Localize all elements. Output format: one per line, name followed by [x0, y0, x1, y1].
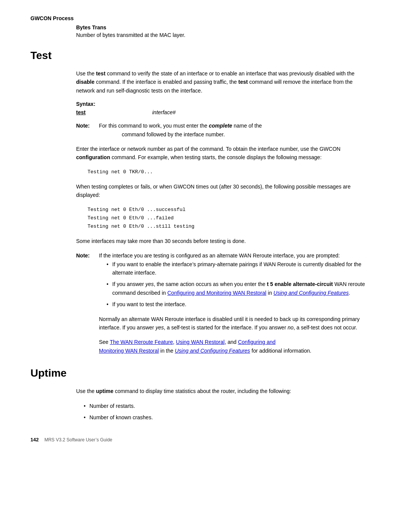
- link-wan-reroute[interactable]: The WAN Reroute Feature: [110, 339, 173, 345]
- bullet-item-2: If you answer yes, the same action occur…: [107, 280, 365, 297]
- sub-para: Normally an alternate WAN Reroute interf…: [99, 315, 365, 332]
- code-block-2: Testing net 0 Eth/0 ...successful Testin…: [88, 206, 365, 231]
- code-block-1: Testing net 0 TKR/0...: [88, 168, 365, 176]
- note1-content: For this command to work, you must enter…: [99, 121, 365, 139]
- yes-italic-2: yes: [156, 324, 164, 331]
- note2-content: If the interface you are testing is conf…: [99, 251, 365, 361]
- test-section-title: Test: [30, 50, 381, 62]
- see-also-para: See The WAN Reroute Feature, Using WAN R…: [99, 338, 365, 355]
- syntax-label: Syntax:: [76, 101, 365, 107]
- uptime-bullet-1: Number of restarts.: [84, 402, 365, 410]
- t5-bold: t 5 enable alternate-circuit: [267, 281, 333, 287]
- note1-block: Note: For this command to work, you must…: [76, 121, 365, 139]
- test-cmd-bold2: test: [238, 79, 248, 85]
- bullet-item-3: If you want to test the interface.: [107, 300, 365, 308]
- page-footer: 142 MRS V3.2 Software User’s Guide: [30, 437, 381, 443]
- link-using-1[interactable]: Using and Configuring Features: [274, 290, 349, 296]
- uptime-cmd-bold: uptime: [96, 388, 113, 394]
- bytes-trans-block: Bytes Trans Number of bytes transmitted …: [76, 24, 381, 38]
- test-para4: Some interfaces may take more than 30 se…: [76, 237, 365, 245]
- disable-cmd-bold: disable: [76, 79, 94, 85]
- bytes-trans-desc: Number of bytes transmitted at the MAC l…: [76, 32, 381, 38]
- syntax-arg: interface#: [152, 109, 175, 115]
- no-italic: no: [288, 324, 294, 331]
- note1-label: Note:: [76, 121, 97, 139]
- note1-indent: command followed by the interface number…: [122, 130, 365, 139]
- link-using-configuring[interactable]: Using and Configuring Features: [175, 348, 250, 354]
- gwcon-process-heading: GWCON Process: [30, 15, 381, 21]
- test-para3: When testing completes or fails, or when…: [76, 182, 365, 200]
- test-para1: Use the test command to verify the state…: [76, 69, 365, 95]
- uptime-bullet-2: Number of known crashes.: [84, 413, 365, 422]
- code-line-3: Testing net 0 Eth/0 ...still testing: [88, 222, 365, 231]
- bullet-item-1: If you want to enable the interface’s pr…: [107, 260, 365, 277]
- page-number: 142: [30, 437, 39, 443]
- footer-title: MRS V3.2 Software User’s Guide: [45, 437, 112, 443]
- link-configuring-1[interactable]: Configuring and Monitoring WAN Restoral: [167, 290, 266, 296]
- uptime-section-title: Uptime: [30, 367, 381, 379]
- yes-italic-1: yes: [145, 281, 154, 287]
- note2-label: Note:: [76, 251, 97, 361]
- uptime-bullets: Number of restarts. Number of known cras…: [84, 402, 365, 422]
- uptime-content-block: Use the uptime command to display time s…: [76, 387, 365, 422]
- test-para2: Enter the interface or network number as…: [76, 145, 365, 162]
- uptime-para1: Use the uptime command to display time s…: [76, 387, 365, 395]
- link-using-wan[interactable]: Using WAN Restoral: [176, 339, 225, 345]
- syntax-row: test interface#: [76, 109, 365, 115]
- code-line-2: Testing net 0 Eth/0 ...failed: [88, 214, 365, 222]
- bytes-trans-label: Bytes Trans: [76, 24, 381, 30]
- syntax-cmd: test: [76, 109, 152, 115]
- test-content-block: Use the test command to verify the state…: [76, 69, 365, 361]
- code-line-1: Testing net 0 Eth/0 ...successful: [88, 206, 365, 214]
- note2-block: Note: If the interface you are testing i…: [76, 251, 365, 361]
- note2-bullets: If you want to enable the interface’s pr…: [107, 260, 365, 309]
- configuration-bold: configuration: [76, 154, 110, 160]
- test-cmd-bold: test: [96, 70, 105, 77]
- complete-word: complete: [209, 123, 232, 129]
